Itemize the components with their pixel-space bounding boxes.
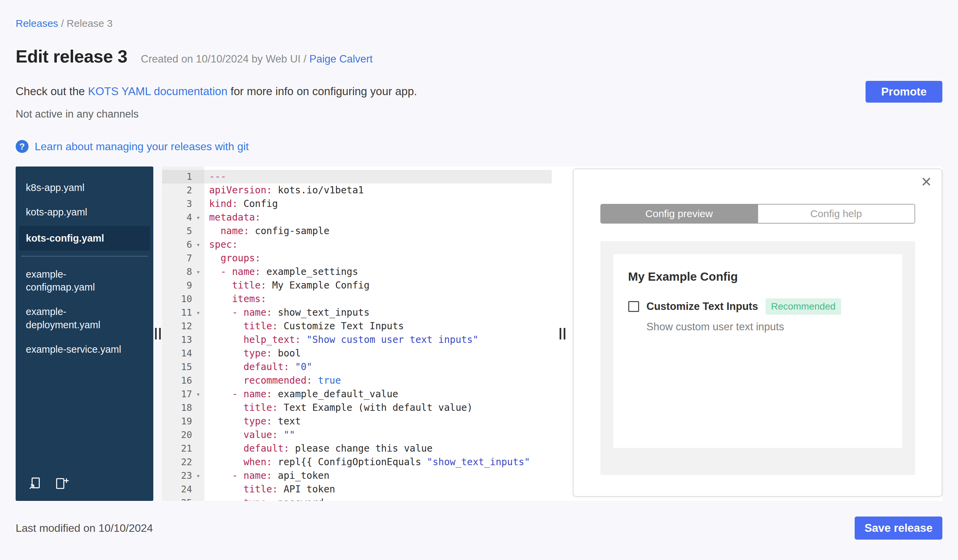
code-row[interactable]: 10 items: xyxy=(162,292,552,306)
doc-prefix: Check out the xyxy=(16,85,88,98)
code-row[interactable]: 3kind: Config xyxy=(162,197,552,211)
gutter-cell: 20 xyxy=(162,428,204,442)
breadcrumb-releases-link[interactable]: Releases xyxy=(16,18,58,29)
gutter-cell: 7 xyxy=(162,252,204,265)
code-row[interactable]: 11▾ - name: show_text_inputs xyxy=(162,306,552,320)
file-tree-item[interactable]: example-configmap.yaml xyxy=(16,262,153,300)
code-row[interactable]: 21 default: please change this value xyxy=(162,442,552,456)
code-row[interactable]: 14 type: bool xyxy=(162,346,552,360)
code-line[interactable]: default: please change this value xyxy=(204,442,432,456)
code-row[interactable]: 13 help_text: "Show custom user text inp… xyxy=(162,333,552,346)
code-line[interactable]: apiVersion: kots.io/v1beta1 xyxy=(204,184,364,197)
file-tree-item[interactable]: k8s-app.yaml xyxy=(16,176,153,200)
code-row[interactable]: 8▾ - name: example_settings xyxy=(162,265,552,278)
line-number: 16 xyxy=(162,374,192,388)
fold-toggle-icon xyxy=(192,224,204,238)
upload-file-icon[interactable] xyxy=(27,476,43,491)
code-row[interactable]: 1--- xyxy=(162,170,552,184)
gutter-cell: 24 xyxy=(162,482,204,496)
last-modified-text: Last modified on 10/10/2024 xyxy=(16,522,153,535)
resize-handle-left[interactable] xyxy=(155,328,161,340)
code-row[interactable]: 15 default: "0" xyxy=(162,360,552,374)
author-link[interactable]: Paige Calvert xyxy=(309,53,373,65)
code-row[interactable]: 25 type: password xyxy=(162,496,552,501)
tab-config-preview[interactable]: Config preview xyxy=(600,204,758,224)
customize-text-inputs-checkbox[interactable] xyxy=(628,301,639,312)
code-line[interactable]: --- xyxy=(204,170,227,184)
code-line[interactable]: - name: example_settings xyxy=(204,265,358,278)
fold-toggle-icon[interactable]: ▾ xyxy=(192,238,204,252)
gutter-cell: 2 xyxy=(162,184,204,197)
code-row[interactable]: 20 value: "" xyxy=(162,428,552,442)
code-line[interactable]: type: password xyxy=(204,496,324,501)
line-number: 13 xyxy=(162,333,192,346)
config-card: My Example Config Customize Text Inputs … xyxy=(613,254,902,448)
code-line[interactable]: recommended: true xyxy=(204,374,341,388)
file-tree-item[interactable]: example-deployment.yaml xyxy=(16,299,153,337)
code-row[interactable]: 12 title: Customize Text Inputs xyxy=(162,320,552,333)
fold-toggle-icon[interactable]: ▾ xyxy=(192,388,204,401)
gutter-cell: 10 xyxy=(162,292,204,306)
code-line[interactable]: - name: show_text_inputs xyxy=(204,306,370,320)
code-line[interactable]: help_text: "Show custom user text inputs… xyxy=(204,333,478,346)
code-row[interactable]: 16 recommended: true xyxy=(162,374,552,388)
code-row[interactable]: 17▾ - name: example_default_value xyxy=(162,388,552,401)
code-line[interactable]: title: API token xyxy=(204,482,335,496)
code-row[interactable]: 4▾metadata: xyxy=(162,211,552,224)
code-line[interactable]: default: "0" xyxy=(204,360,312,374)
code-row[interactable]: 7 groups: xyxy=(162,252,552,265)
code-row[interactable]: 9 title: My Example Config xyxy=(162,278,552,292)
code-line[interactable]: type: text xyxy=(204,414,301,428)
file-tree: k8s-app.yamlkots-app.yamlkots-config.yam… xyxy=(16,166,153,501)
tab-config-help[interactable]: Config help xyxy=(758,204,915,224)
code-lines: 1---2apiVersion: kots.io/v1beta13kind: C… xyxy=(162,170,552,501)
fold-toggle-icon[interactable]: ▾ xyxy=(192,211,204,224)
code-row[interactable]: 19 type: text xyxy=(162,414,552,428)
fold-toggle-icon[interactable]: ▾ xyxy=(192,265,204,278)
code-row[interactable]: 23▾ - name: api_token xyxy=(162,469,552,482)
code-line[interactable]: title: Customize Text Inputs xyxy=(204,320,404,333)
code-line[interactable]: name: config-sample xyxy=(204,224,330,238)
config-option-row: Customize Text Inputs Recommended xyxy=(628,298,902,315)
code-row[interactable]: 6▾spec: xyxy=(162,238,552,252)
gutter-cell: 21 xyxy=(162,442,204,456)
code-line[interactable]: type: bool xyxy=(204,346,301,360)
created-line: Created on 10/10/2024 by Web UI / Paige … xyxy=(141,53,373,65)
promote-button[interactable]: Promote xyxy=(866,81,942,103)
code-row[interactable]: 24 title: API token xyxy=(162,482,552,496)
file-tree-divider xyxy=(21,256,148,256)
kots-yaml-docs-link[interactable]: KOTS YAML documentation xyxy=(88,85,227,98)
question-icon: ? xyxy=(16,140,29,153)
file-name: kots-config.yaml xyxy=(26,232,104,245)
fold-toggle-icon[interactable]: ▾ xyxy=(192,469,204,482)
code-row[interactable]: 5 name: config-sample xyxy=(162,224,552,238)
preview-tabs: Config preview Config help xyxy=(600,204,915,224)
code-row[interactable]: 18 title: Text Example (with default val… xyxy=(162,401,552,414)
new-file-icon[interactable] xyxy=(54,476,69,491)
yaml-editor[interactable]: 1---2apiVersion: kots.io/v1beta13kind: C… xyxy=(162,166,552,501)
git-releases-link[interactable]: Learn about managing your releases with … xyxy=(35,140,249,153)
code-line[interactable]: - name: example_default_value xyxy=(204,388,398,401)
save-release-button[interactable]: Save release xyxy=(855,517,942,539)
breadcrumb-separator: / xyxy=(58,18,67,29)
code-line[interactable]: kind: Config xyxy=(204,197,278,211)
resize-handle-right[interactable] xyxy=(560,328,565,340)
code-line[interactable]: value: "" xyxy=(204,428,295,442)
code-line[interactable]: title: My Example Config xyxy=(204,278,370,292)
code-line[interactable]: spec: xyxy=(204,238,238,252)
preview-body: My Example Config Customize Text Inputs … xyxy=(600,241,915,475)
code-line[interactable]: title: Text Example (with default value) xyxy=(204,401,473,414)
file-tree-item[interactable]: kots-config.yaml xyxy=(19,226,150,250)
code-line[interactable]: groups: xyxy=(204,252,261,265)
file-tree-item[interactable]: kots-app.yaml xyxy=(16,200,153,224)
code-line[interactable]: metadata: xyxy=(204,211,261,224)
code-line[interactable]: items: xyxy=(204,292,266,306)
file-tree-item[interactable]: example-service.yaml xyxy=(16,337,153,362)
fold-toggle-icon[interactable]: ▾ xyxy=(192,306,204,320)
code-line[interactable]: when: repl{{ ConfigOptionEquals "show_te… xyxy=(204,456,530,469)
code-row[interactable]: 2apiVersion: kots.io/v1beta1 xyxy=(162,184,552,197)
close-icon[interactable]: × xyxy=(921,172,931,190)
code-line[interactable]: - name: api_token xyxy=(204,469,330,482)
code-row[interactable]: 22 when: repl{{ ConfigOptionEquals "show… xyxy=(162,456,552,469)
gutter-cell: 3 xyxy=(162,197,204,211)
